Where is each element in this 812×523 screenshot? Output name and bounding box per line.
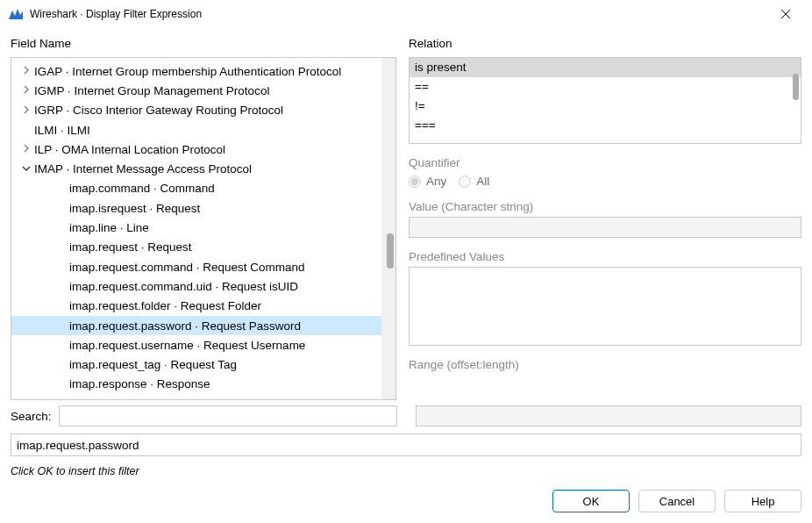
tree-item-label: imap.request.password · Request Password [69, 319, 301, 333]
tree-item-label: imap.line · Line [69, 221, 149, 234]
tree-item-label: imap.request · Request [69, 240, 192, 254]
left-column: Field Name IGAP · Internet Group members… [11, 37, 396, 400]
field-name-label: Field Name [11, 37, 396, 50]
tree-item-label: imap.request_tag · Request Tag [69, 358, 237, 371]
relation-list[interactable]: is present==!==== [409, 57, 801, 144]
chevron-right-icon[interactable] [20, 85, 32, 96]
tree-row[interactable]: imap.request.folder · Request Folder [11, 297, 395, 316]
tree-row[interactable]: IMAP · Internet Message Access Protocol [11, 159, 395, 178]
tree-row[interactable]: imap.command · Command [11, 179, 395, 198]
relation-item[interactable]: != [410, 97, 801, 116]
quantifier-label: Quantifier [409, 156, 801, 169]
wireshark-logo-icon [9, 7, 23, 21]
chevron-right-icon[interactable] [20, 144, 32, 154]
relation-scroll-thumb[interactable] [793, 74, 799, 100]
tree-item-label: imap.request.command · Request Command [69, 261, 305, 274]
tree-item-label: ILP · OMA Internal Location Protocol [34, 143, 225, 156]
tree-item-label: imap.request.command.uid · Request isUID [69, 280, 298, 293]
tree-row[interactable]: imap.request.command.uid · Request isUID [11, 276, 395, 296]
tree-item-label: imap.response · Response [69, 377, 210, 390]
tree-row[interactable]: IGRP · Cisco Interior Gateway Routing Pr… [11, 101, 395, 120]
ok-button[interactable]: OK [552, 490, 630, 512]
tree-item-label: imap.request.folder · Request Folder [69, 299, 261, 312]
radio-any-input[interactable] [409, 176, 421, 188]
tree-row[interactable]: imap.response · Response [11, 375, 395, 394]
predefined-label: Predefined Values [409, 250, 801, 263]
tree-scroll-thumb[interactable] [387, 233, 394, 269]
right-column: Relation is present==!==== Quantifier An… [409, 37, 801, 400]
help-button[interactable]: Help [724, 490, 801, 512]
radio-all[interactable]: All [459, 175, 489, 188]
tree-row[interactable]: IGMP · Internet Group Management Protoco… [11, 81, 395, 100]
button-row: OK Cancel Help [0, 483, 812, 523]
filter-expression-input[interactable] [11, 433, 801, 456]
value-label: Value (Character string) [409, 200, 801, 213]
tree-row[interactable]: imap.request.command · Request Command [11, 257, 395, 276]
value-input[interactable] [409, 217, 801, 238]
radio-all-input[interactable] [459, 176, 471, 188]
tree-item-label: IGAP · Internet Group membership Authent… [34, 65, 341, 78]
tree-row[interactable]: ILMI · ILMI [11, 120, 395, 140]
radio-any[interactable]: Any [409, 175, 446, 188]
predefined-values-box[interactable] [409, 267, 801, 346]
tree-item-label: imap.request.username · Request Username [69, 339, 305, 352]
tree-row[interactable]: imap.request_tag · Request Tag [11, 355, 395, 374]
field-tree[interactable]: IGAP · Internet Group membership Authent… [11, 57, 396, 400]
tree-row[interactable]: ILP · OMA Internal Location Protocol [11, 140, 395, 159]
tree-item-label: IMAP · Internet Message Access Protocol [34, 162, 252, 176]
close-button[interactable] [768, 0, 803, 28]
hint-text: Click OK to insert this filter [0, 460, 812, 483]
chevron-down-icon[interactable] [20, 164, 32, 175]
range-label: Range (offset:length) [409, 358, 801, 371]
tree-item-label: imap.isrequest · Request [69, 202, 200, 215]
main-content: Field Name IGAP · Internet Group members… [0, 28, 812, 400]
chevron-right-icon[interactable] [20, 66, 32, 76]
filter-row [0, 430, 812, 460]
relation-item[interactable]: is present [410, 58, 801, 77]
tree-row[interactable]: imap.isrequest · Request [11, 198, 395, 218]
tree-row[interactable]: imap.line · Line [11, 218, 395, 237]
tree-row[interactable]: imap.request.password · Request Password [11, 316, 395, 335]
tree-row[interactable]: imap.request · Request [11, 238, 395, 257]
tree-item-label: ILMI · ILMI [34, 124, 90, 137]
tree-item-label: IGMP · Internet Group Management Protoco… [34, 84, 269, 97]
tree-scrollbar[interactable] [381, 58, 395, 399]
cancel-button[interactable]: Cancel [638, 490, 716, 512]
chevron-right-icon[interactable] [20, 105, 32, 116]
search-row: Search: [0, 400, 812, 430]
tree-item-label: IGRP · Cisco Interior Gateway Routing Pr… [34, 104, 283, 117]
search-input[interactable] [59, 405, 397, 426]
tree-item-label: imap.command · Command [69, 182, 215, 195]
search-label: Search: [11, 410, 52, 423]
range-input[interactable] [416, 405, 801, 426]
relation-item[interactable]: == [410, 77, 801, 97]
window-title: Wireshark · Display Filter Expression [30, 8, 768, 20]
tree-row[interactable]: imap.request.username · Request Username [11, 335, 395, 355]
tree-row[interactable]: IGAP · Internet Group membership Authent… [11, 61, 395, 81]
relation-label: Relation [409, 37, 801, 50]
relation-item[interactable]: === [410, 116, 801, 135]
titlebar: Wireshark · Display Filter Expression [0, 0, 812, 28]
